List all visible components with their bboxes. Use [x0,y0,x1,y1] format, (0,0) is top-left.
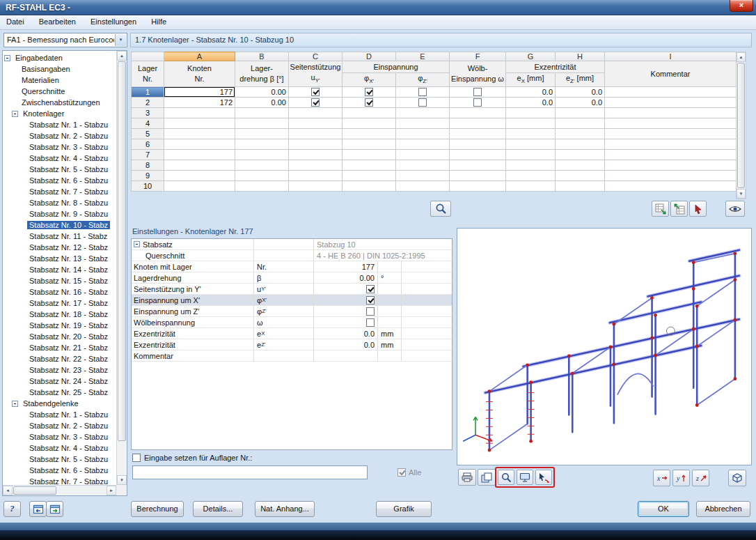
checkbox-icon[interactable] [418,98,427,107]
kommentar-cell[interactable] [605,118,737,129]
row-number-cell[interactable]: 9 [132,171,164,181]
tree-item[interactable]: Eingabedaten [3,52,116,63]
tree-item[interactable]: Stabsatz Nr. 25 - Stabz [3,387,116,398]
import-table-button[interactable] [670,201,688,217]
woelbeinspannung-checkbox-cell[interactable] [450,150,506,160]
kommentar-cell[interactable] [605,139,737,150]
checkbox-icon[interactable] [366,307,375,316]
settings-value[interactable] [314,317,378,327]
einspannung-x-checkbox-cell[interactable] [342,160,396,171]
tree-item[interactable]: Stabsatz Nr. 4 - Stabzu [3,442,116,454]
einspannung-z-checkbox-cell[interactable] [396,171,450,181]
ok-button[interactable]: OK [638,501,689,517]
row-number-cell[interactable]: 1 [132,87,164,98]
kommentar-cell[interactable] [605,98,737,108]
knoten-cell[interactable]: 177 [164,87,235,98]
exzentrizitaet-z-cell[interactable] [556,118,605,129]
row-number-cell[interactable]: 6 [132,139,164,150]
tree-collapse-icon[interactable] [4,55,10,61]
tree-item[interactable]: Stabsatz Nr. 2 - Stabzu [3,130,116,141]
tree-item[interactable]: Basisangaben [3,63,116,75]
settings-value[interactable] [314,295,378,305]
tree-item[interactable]: Stabsatz Nr. 7 - Stabzu [3,186,116,197]
checkbox-icon[interactable] [365,88,373,96]
kommentar-cell[interactable] [605,150,737,160]
checkbox-icon[interactable] [366,285,375,293]
einspannung-z-checkbox-cell[interactable] [396,181,450,192]
tree-item[interactable]: Stabsatz Nr. 5 - Stabzu [3,454,116,465]
view-x-button[interactable]: x [653,470,670,486]
seitenstuetzung-checkbox-cell[interactable] [289,98,342,108]
settings-value[interactable]: 0.0 [314,339,378,350]
column-header-A[interactable]: A [164,52,235,61]
tree-item[interactable]: Stabsatz Nr. 3 - Stabzu [3,141,116,153]
column-header-G[interactable]: G [506,52,556,61]
einspannung-x-checkbox-cell[interactable] [342,98,396,108]
isometric-view-button[interactable] [728,470,746,486]
tree-item[interactable]: Querschnitte [3,86,116,97]
seitenstuetzung-checkbox-cell[interactable] [289,118,342,129]
scroll-down-icon[interactable]: ▼ [117,475,127,485]
knoten-cell[interactable] [164,118,235,129]
exzentrizitaet-z-cell[interactable]: 0.0 [556,87,605,98]
einspannung-z-checkbox-cell[interactable] [396,139,450,150]
lagerdrehung-cell[interactable] [235,108,289,118]
knoten-cell[interactable] [164,108,235,118]
row-number-cell[interactable]: 7 [132,150,164,160]
checkbox-icon[interactable] [366,296,375,304]
einspannung-x-checkbox-cell[interactable] [342,139,396,150]
prev-table-button[interactable] [29,501,47,517]
collapse-icon[interactable] [134,241,140,247]
kommentar-cell[interactable] [605,87,737,98]
lagerdrehung-cell[interactable] [235,150,289,160]
kommentar-cell[interactable] [605,160,737,171]
tree-collapse-icon[interactable] [12,401,18,407]
settings-value[interactable] [314,350,378,361]
exzentrizitaet-x-cell[interactable]: 0.0 [506,87,556,98]
checkbox-icon[interactable] [132,454,141,462]
einspannung-x-checkbox-cell[interactable] [342,118,396,129]
row-number-cell[interactable]: 3 [132,108,164,118]
menu-datei[interactable]: Datei [0,15,31,30]
column-header-F[interactable]: F [450,52,506,61]
tree-item[interactable]: Stabsatz Nr. 20 - Stabz [3,331,116,342]
exzentrizitaet-z-cell[interactable] [556,108,605,118]
einspannung-x-checkbox-cell[interactable] [342,171,396,181]
structure-3d-view[interactable] [457,228,752,465]
woelbeinspannung-checkbox-cell[interactable] [450,160,506,171]
exzentrizitaet-x-cell[interactable] [506,171,556,181]
lagerdrehung-cell[interactable]: 0.00 [235,98,289,108]
details-button[interactable]: Details... [193,501,243,517]
table-vertical-scrollbar[interactable]: ▲ ▼ [736,52,746,199]
woelbeinspannung-checkbox-cell[interactable] [450,87,506,98]
tree-item[interactable]: Materialien [3,75,116,86]
menu-einstellungen[interactable]: Einstellungen [84,15,143,30]
sidebar-horizontal-scrollbar[interactable]: ◄ ► [3,485,116,495]
einspannung-x-checkbox-cell[interactable] [342,150,396,160]
exzentrizitaet-z-cell[interactable] [556,160,605,171]
row-number-cell[interactable]: 4 [132,118,164,129]
einspannung-x-checkbox-cell[interactable] [342,129,396,139]
view-y-button[interactable]: y [672,470,690,486]
exzentrizitaet-z-cell[interactable] [556,150,605,160]
settings-value[interactable] [314,306,378,316]
column-header-B[interactable]: B [235,52,289,61]
tree-item[interactable]: Stabendgelenke [3,398,116,409]
knoten-cell[interactable] [164,171,235,181]
tree-item[interactable]: Stabsatz Nr. 9 - Stabzu [3,208,116,219]
einspannung-z-checkbox-cell[interactable] [396,87,450,98]
design-case-selector[interactable]: FA1 - Bemessung nach Eurocod ▼ [3,33,127,47]
einspannung-z-checkbox-cell[interactable] [396,129,450,139]
scroll-right-icon[interactable]: ► [107,486,116,495]
lagerdrehung-cell[interactable] [235,118,289,129]
knoten-cell[interactable] [164,150,235,160]
tree-item[interactable]: Stabsatz Nr. 6 - Stabzu [3,465,116,476]
tree-item[interactable]: Stabsatz Nr. 18 - Stabz [3,309,116,320]
settings-value[interactable]: 4 - HE B 260 | DIN 1025-2:1995 [314,250,452,261]
woelbeinspannung-checkbox-cell[interactable] [450,118,506,129]
exzentrizitaet-x-cell[interactable] [506,118,556,129]
settings-value[interactable]: Stabzug 10 [314,239,452,249]
probe-values-button[interactable] [535,470,552,485]
column-header-H[interactable]: H [556,52,605,61]
scrollbar-thumb[interactable] [118,61,126,441]
